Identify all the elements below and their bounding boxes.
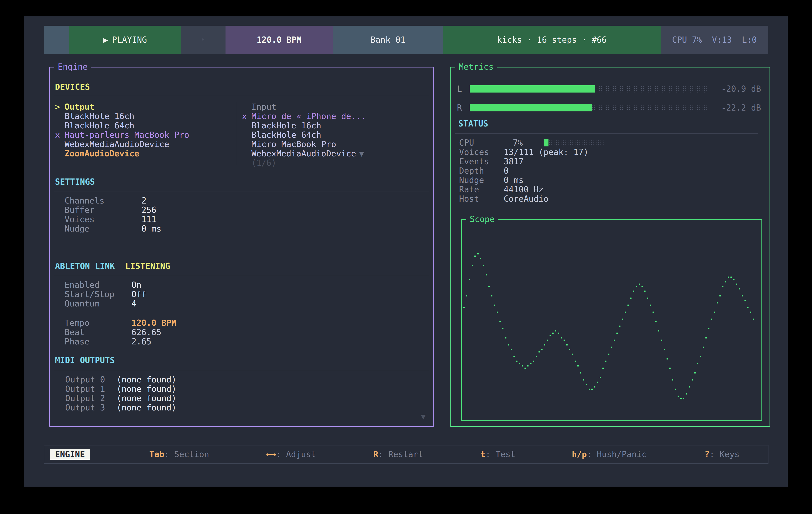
scope-sample-dot [683,398,685,399]
scope-sample-dot [652,311,654,313]
device-item[interactable]: BlackHole 16ch [242,121,366,130]
scope-sample-dot [708,328,709,329]
scope-sample-dot [692,379,693,381]
scope-sample-dot [694,372,696,373]
transport-status[interactable]: ▶PLAYING [69,26,181,54]
scope-sample-dot [753,319,754,320]
devices-divider [54,96,429,96]
engine-panel: Engine DEVICES >Output BlackHole 16ch Bl… [49,67,434,427]
device-item-highlighted[interactable]: ZoomAudioDevice [55,149,189,158]
chevron-down-icon[interactable]: ▼ [359,149,364,158]
link-status-badge: LISTENING [125,262,170,271]
scope-sample-dot [672,379,673,381]
scope-sample-dot [555,330,556,332]
level-meter-right: R -22.2 dB [451,103,770,113]
status-divider [455,133,758,134]
device-item[interactable]: WebexMediaAudioDevice [55,140,189,149]
status-row-voices: Voices13/111 (peak: 17) [459,148,588,157]
scope-sample-dot [602,368,604,369]
scope-sample-dot [499,321,501,322]
scope-sample-dot [730,276,732,278]
scope-sample-dot [558,333,559,334]
scope-sample-dot [552,333,554,334]
device-item-active[interactable]: xHaut-parleurs MacBook Pro [55,130,189,140]
device-marker [55,112,64,121]
pattern-display[interactable]: kicks · 16 steps · #66 [443,26,661,54]
scope-sample-dot [747,307,749,308]
bottom-hint-bar: ENGINE Tab: Section ←→: Adjust R: Restar… [44,445,768,464]
devices-heading: DEVICES [55,82,90,92]
shortcut-adjust: ←→: Adjust [266,446,316,463]
scope-sample-dot [717,302,718,303]
scope-sample-dot [736,283,737,285]
topbar-spacer [44,26,69,54]
active-device-x-icon: x [242,112,252,121]
scope-sample-dot [472,265,473,266]
mode-chip: ENGINE [50,449,90,460]
scope-sample-dot [625,311,626,313]
device-item-input-header[interactable]: Input [242,102,366,112]
scope-sample-dot [661,339,662,341]
scope-sample-dot [722,286,723,287]
scroll-down-icon[interactable]: ▼ [421,412,426,421]
cpu-meter-track [544,139,605,146]
transport-label: PLAYING [112,35,147,44]
scope-sample-dot [733,279,734,280]
shortcut-restart: R: Restart [373,446,423,463]
beat-indicator-dot [202,38,204,40]
beat-segment [181,26,226,54]
metrics-panel-title: Metrics [455,62,497,71]
input-device-list: Input xMicro de « iPhone de... BlackHole… [242,102,366,168]
device-item[interactable]: Micro MacBook Pro [242,140,366,149]
scope-sample-dot [566,344,568,345]
scope-sample-dot [580,372,581,373]
meter-fill [470,85,595,93]
link-row-beat: Beat626.65 [64,328,162,337]
device-marker [242,140,252,149]
scope-sample-dot [633,291,634,292]
scope-sample-dot [572,354,573,355]
selection-caret-icon: > [55,102,64,112]
setting-row-nudge: Nudge0 ms [64,224,162,234]
link-divider [54,276,429,276]
status-row-host: HostCoreAudio [459,194,549,204]
scope-sample-dot [605,361,606,362]
scope-sample-dot [477,253,478,254]
device-item-active[interactable]: xMicro de « iPhone de... [242,112,366,121]
device-item[interactable]: BlackHole 64ch [242,130,366,140]
midi-outputs-heading: MIDI OUTPUTS [55,356,115,365]
device-item[interactable]: BlackHole 64ch [55,121,189,130]
status-heading: STATUS [458,119,488,128]
left-right-arrows-icon: ←→ [266,450,276,459]
scope-sample-dot [577,365,579,366]
scope-sample-dot [561,337,562,338]
bank-display[interactable]: Bank 01 [333,26,443,54]
link-row-startstop: Start/StopOff [64,290,146,299]
scope-sample-dot [650,305,651,306]
bpm-display[interactable]: 120.0 BPM [226,26,333,54]
device-item-output-header[interactable]: >Output [55,102,189,112]
scope-sample-dot [583,379,584,381]
device-item[interactable]: WebexMediaAudioDevice▼ [242,149,366,158]
scope-sample-dot [466,295,467,297]
scope-sample-dot [533,361,534,362]
scope-sample-dot [530,363,531,364]
scope-sample-dot [619,326,620,327]
device-marker [242,121,252,130]
scope-sample-dot [502,328,503,329]
setting-row-channels: Channels2 [64,196,146,205]
meter-channel-label: R [457,103,462,113]
scope-sample-dot [714,311,715,313]
scope-sample-dot [505,337,506,338]
meter-fill [470,104,592,112]
scope-sample-dot [611,346,612,348]
scope-sample-dot [697,363,698,364]
meter-channel-label: L [457,84,462,94]
scope-sample-dot [700,356,701,357]
device-marker [242,158,252,168]
scope-sample-dot [728,276,729,278]
link-row-enabled: EnabledOn [64,280,141,290]
device-item[interactable]: BlackHole 16ch [55,112,189,121]
device-page-indicator: (1/6) [242,158,366,168]
scope-sample-dot [597,382,598,383]
